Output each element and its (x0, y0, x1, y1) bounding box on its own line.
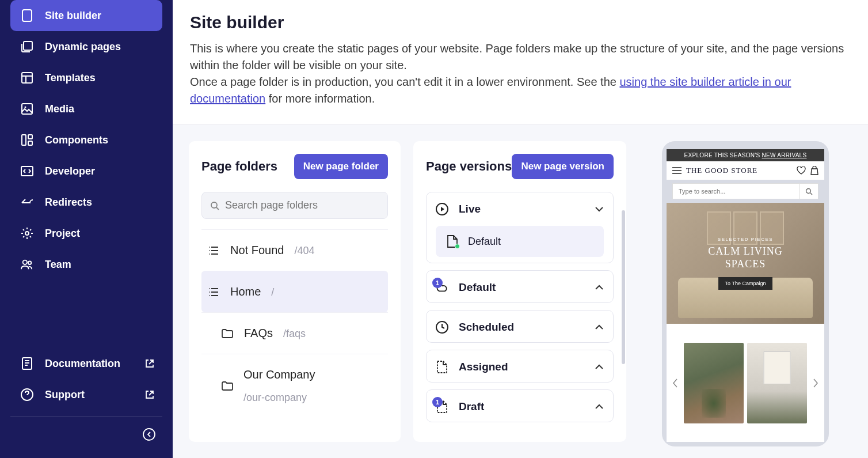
collapse-sidebar-button[interactable] (0, 422, 173, 446)
sidebar-item-components[interactable]: Components (10, 124, 162, 156)
version-label: Assigned (459, 361, 584, 373)
stack-icon (21, 40, 33, 53)
svg-rect-6 (28, 135, 32, 139)
version-group-assigned: Assigned (426, 350, 614, 383)
folder-row-our-company[interactable]: Our Company /our-company (201, 354, 388, 418)
scrollbar[interactable] (622, 210, 625, 430)
svg-rect-5 (22, 135, 26, 145)
version-group-scheduled: Scheduled (426, 310, 614, 343)
folder-row-home[interactable]: Home / (201, 271, 388, 312)
page-folders-panel: Page folders New page folder Not Found /… (189, 141, 401, 442)
version-item-default-live[interactable]: Default (436, 226, 604, 257)
preview-hero: SELECTED PIECES CALM LIVING SPACES To Th… (667, 203, 824, 324)
version-label: Draft (459, 400, 584, 413)
version-header-live[interactable]: Live (427, 192, 613, 226)
version-label: Default (459, 281, 584, 294)
sidebar-item-label: Components (45, 134, 108, 146)
content-area: Page folders New page folder Not Found /… (173, 124, 868, 458)
preview-header: THE GOOD STORE (667, 161, 824, 180)
version-sub-label: Default (468, 236, 501, 248)
hero-title: CALM LIVING SPACES (708, 245, 783, 270)
redirect-icon (21, 196, 33, 209)
sidebar-item-redirects[interactable]: Redirects (10, 187, 162, 218)
new-page-folder-button[interactable]: New page folder (294, 154, 388, 179)
folder-name: Home (230, 285, 261, 298)
sidebar-item-site-builder[interactable]: Site builder (10, 0, 162, 31)
preview-search-input (673, 184, 800, 199)
svg-rect-1 (24, 41, 32, 50)
svg-point-15 (211, 202, 217, 208)
badge-count: 1 (432, 397, 443, 407)
folder-icon (221, 329, 234, 338)
version-header-assigned[interactable]: Assigned (427, 350, 613, 383)
hero-subtitle: SELECTED PIECES (718, 237, 773, 242)
phone-icon (21, 9, 33, 22)
sidebar-item-team[interactable]: Team (10, 249, 162, 280)
header-area: Site builder This is where you create th… (173, 0, 868, 124)
svg-rect-0 (22, 10, 32, 21)
page-title: Site builder (190, 13, 851, 32)
preview-brand: THE GOOD STORE (686, 166, 792, 175)
search-folders-box[interactable] (201, 192, 388, 219)
chevron-left-icon (670, 375, 680, 391)
phone-preview: EXPLORE THIS SEASON'S NEW ARRIVALS THE G… (662, 141, 829, 446)
new-page-version-button[interactable]: New page version (512, 154, 614, 179)
chevron-down-icon (595, 206, 604, 212)
external-link-icon (145, 359, 154, 368)
badge-count: 1 (432, 278, 443, 288)
folder-row-not-found[interactable]: Not Found /404 (201, 229, 388, 271)
preview-panel: EXPLORE THIS SEASON'S NEW ARRIVALS THE G… (639, 141, 852, 442)
version-group-live: Live Default (426, 192, 614, 263)
version-header-draft[interactable]: 1 Draft (427, 390, 613, 422)
folder-path: /our-company (243, 392, 307, 404)
divider (10, 416, 162, 417)
version-header-default[interactable]: 1 Default (427, 271, 613, 303)
code-icon (21, 165, 33, 177)
sidebar-item-label: Templates (45, 72, 96, 84)
sidebar-item-label: Redirects (45, 196, 92, 209)
svg-point-4 (25, 107, 26, 108)
sidebar-item-dynamic-pages[interactable]: Dynamic pages (10, 31, 162, 62)
sidebar: Site builder Dynamic pages Templates Med… (0, 0, 173, 458)
chevron-right-icon (810, 375, 821, 391)
chevron-up-icon (595, 285, 604, 290)
layout-icon (21, 71, 33, 84)
version-label: Scheduled (459, 321, 584, 334)
chevron-up-icon (595, 404, 604, 410)
sidebar-item-label: Documentation (45, 358, 120, 370)
version-label: Live (459, 203, 584, 215)
version-group-draft: 1 Draft (426, 389, 614, 422)
page-versions-panel: Page versions New page version Live (413, 141, 626, 442)
page-live-icon (446, 235, 459, 248)
image-icon (21, 103, 33, 115)
chevron-up-icon (595, 324, 604, 330)
sidebar-item-support[interactable]: Support (10, 379, 162, 410)
folder-name: Our Company (243, 368, 315, 381)
sidebar-item-templates[interactable]: Templates (10, 62, 162, 93)
page-dashed-icon (436, 361, 448, 373)
version-header-scheduled[interactable]: Scheduled (427, 311, 613, 343)
sidebar-item-documentation[interactable]: Documentation (10, 348, 162, 379)
search-folders-input[interactable] (225, 199, 379, 211)
gallery-image (684, 343, 744, 423)
cloud-icon: 1 (436, 281, 448, 294)
folder-row-faqs[interactable]: FAQs /faqs (201, 312, 388, 354)
svg-rect-7 (28, 141, 32, 145)
page-dashed-icon: 1 (436, 400, 448, 413)
sidebar-item-label: Site builder (45, 10, 101, 22)
sidebar-item-developer[interactable]: Developer (10, 156, 162, 187)
sidebar-item-label: Support (45, 389, 85, 401)
sidebar-item-label: Team (45, 259, 71, 271)
sidebar-item-label: Dynamic pages (45, 41, 121, 53)
hero-cta-button: To The Campaign (718, 277, 773, 290)
folder-name: Not Found (230, 244, 284, 257)
bag-icon (810, 166, 818, 175)
sidebar-item-project[interactable]: Project (10, 218, 162, 249)
svg-point-10 (23, 260, 27, 264)
panel-title-folders: Page folders (201, 159, 277, 174)
list-icon (207, 288, 220, 296)
page-description: This is where you create the static page… (190, 40, 851, 107)
sidebar-item-media[interactable]: Media (10, 93, 162, 124)
folder-path: /faqs (283, 328, 306, 340)
svg-point-18 (806, 188, 811, 193)
